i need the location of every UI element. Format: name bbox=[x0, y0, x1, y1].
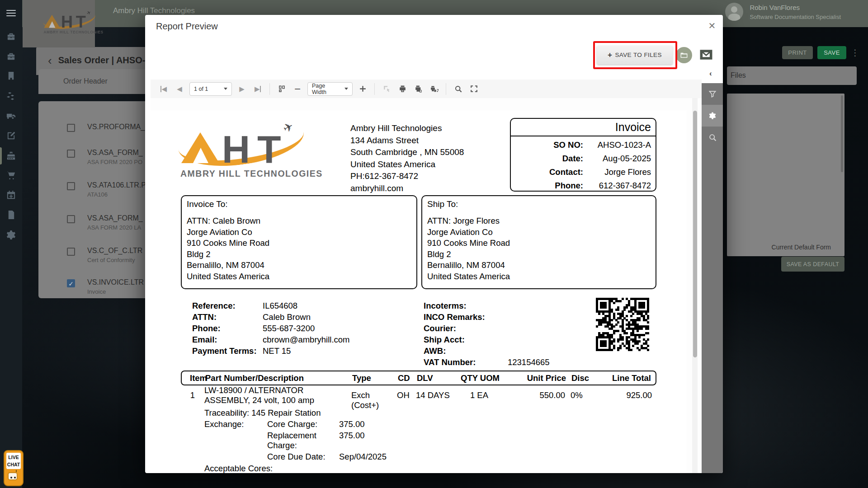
document-scrollbar[interactable] bbox=[692, 98, 698, 473]
cash-register-icon[interactable] bbox=[6, 150, 16, 161]
multipage-icon bbox=[278, 84, 286, 93]
print-page-button[interactable] bbox=[412, 82, 424, 96]
tab-label: Order Header bbox=[63, 77, 108, 85]
plus-icon bbox=[359, 84, 367, 93]
chevron-down-icon bbox=[344, 88, 348, 90]
qr-code bbox=[596, 298, 649, 351]
viewer-side-tabs bbox=[702, 83, 723, 473]
inventory-cubes-icon[interactable] bbox=[6, 91, 16, 101]
folder-icon bbox=[680, 51, 688, 59]
back-chevron-icon[interactable]: ‹ bbox=[48, 56, 52, 65]
chevron-down-icon bbox=[224, 88, 227, 90]
folder-button[interactable] bbox=[676, 47, 692, 63]
collapse-panel-icon[interactable]: ‹ bbox=[709, 69, 712, 78]
email-button[interactable] bbox=[698, 47, 715, 63]
search-icon bbox=[708, 133, 717, 142]
fullscreen-button[interactable] bbox=[468, 82, 480, 96]
printer-page-icon bbox=[414, 84, 423, 93]
ship-to-box: Ship To: ATTN: Jorge FloresJorge Aviatio… bbox=[421, 195, 656, 289]
aht-logo-icon: H T ✈ AMBRY HILL TECHNOLOGIES bbox=[43, 12, 74, 35]
live-chat-widget[interactable]: LIVE CHAT bbox=[4, 450, 24, 486]
export-icon bbox=[430, 84, 439, 93]
viewer-toolbar: ◀ ◀ 1 of 1 ▶ ▶ − Page Width bbox=[151, 80, 702, 98]
print-document-button[interactable] bbox=[396, 82, 408, 96]
search-icon bbox=[454, 84, 462, 93]
user-role: Software Documentation Specialist bbox=[750, 14, 841, 20]
files-panel-header: Files bbox=[727, 66, 857, 85]
fullscreen-icon bbox=[470, 84, 478, 93]
previous-page-button[interactable]: ◀ bbox=[174, 82, 185, 96]
truck-icon[interactable] bbox=[6, 111, 16, 121]
company-block: Ambry Hill Technologies 134 Adams Street… bbox=[350, 122, 464, 194]
briefcase-icon[interactable] bbox=[6, 51, 16, 61]
save-as-default-button[interactable]: SAVE AS DEFAULT bbox=[781, 257, 844, 272]
checkbox[interactable] bbox=[67, 124, 75, 132]
zoom-in-button[interactable] bbox=[357, 82, 368, 96]
search-tab[interactable] bbox=[702, 127, 723, 148]
parameters-filter-tab[interactable] bbox=[702, 83, 723, 105]
document-viewport[interactable]: H T ✈ AMBRY HILL TECHNOLOGIES Ambry Hill… bbox=[151, 98, 702, 473]
zoom-out-button[interactable]: − bbox=[292, 82, 303, 96]
edit-icon[interactable] bbox=[6, 131, 16, 141]
user-name: Robin VanFlores bbox=[750, 4, 841, 11]
settings-gear-icon[interactable] bbox=[6, 230, 16, 240]
cursor-select-icon bbox=[382, 84, 391, 93]
filter-icon bbox=[708, 89, 717, 99]
files-panel-title: Files bbox=[731, 71, 746, 80]
envelope-icon bbox=[698, 47, 714, 62]
invoice-header-box: Invoice SO NO:AHSO-1023-A Date:Aug-05-20… bbox=[510, 118, 656, 192]
more-menu-icon[interactable]: ⋮ bbox=[851, 51, 855, 55]
invoice-logo: H T ✈ AMBRY HILL TECHNOLOGIES bbox=[180, 127, 334, 181]
export-options-tab[interactable] bbox=[702, 105, 723, 127]
dialog-title: Report Preview bbox=[156, 21, 218, 32]
last-page-button[interactable]: ▶ bbox=[252, 82, 264, 96]
checkbox[interactable] bbox=[67, 248, 75, 256]
current-default-form-label: Current Default Form bbox=[772, 244, 831, 251]
multipage-view-button[interactable] bbox=[276, 82, 288, 96]
page-selector[interactable]: 1 of 1 bbox=[189, 82, 232, 96]
next-page-button[interactable]: ▶ bbox=[236, 82, 248, 96]
cart-icon[interactable] bbox=[6, 170, 16, 180]
gear-icon bbox=[708, 111, 717, 120]
default-form-panel: Current Default Form bbox=[727, 94, 844, 256]
scrollbar-thumb[interactable] bbox=[693, 111, 697, 357]
user-info[interactable]: Robin VanFlores Software Documentation S… bbox=[725, 3, 841, 21]
sidebar bbox=[0, 0, 22, 488]
close-icon[interactable]: ✕ bbox=[706, 20, 718, 31]
app-title: Ambry Hill Technologies bbox=[113, 6, 195, 15]
items-table-header: Item Part Number/Description Type CD DLV… bbox=[181, 371, 656, 385]
print-button[interactable]: PRINT bbox=[782, 46, 813, 59]
export-document-button[interactable] bbox=[428, 82, 440, 96]
invoice-title: Invoice bbox=[511, 119, 656, 136]
highlight-callout-box bbox=[593, 41, 677, 69]
calendar-add-icon[interactable] bbox=[6, 190, 16, 200]
select-tool-button[interactable] bbox=[381, 82, 392, 96]
building-icon[interactable] bbox=[6, 70, 16, 81]
first-page-button[interactable]: ◀ bbox=[158, 82, 170, 96]
avatar[interactable] bbox=[725, 3, 743, 21]
zoom-mode-selector[interactable]: Page Width bbox=[307, 82, 353, 96]
chat-robot-icon bbox=[7, 471, 20, 483]
app-logo: H T ✈ AMBRY HILL TECHNOLOGIES bbox=[23, 0, 95, 47]
document-icon[interactable] bbox=[6, 210, 16, 220]
checkbox[interactable] bbox=[67, 150, 75, 158]
menu-icon[interactable] bbox=[6, 8, 16, 18]
checkbox[interactable] bbox=[67, 215, 75, 223]
save-button[interactable]: SAVE bbox=[817, 46, 846, 59]
items-table-row: 1 LW-18900 / ALTERNATORASSEMBLY, 24 volt… bbox=[181, 385, 656, 410]
invoice-page: H T ✈ AMBRY HILL TECHNOLOGIES Ambry Hill… bbox=[151, 111, 687, 473]
report-preview-dialog: Report Preview ✕ +SAVE TO FILES ◀ ◀ 1 of… bbox=[145, 15, 723, 473]
toolbox-icon[interactable] bbox=[6, 31, 16, 42]
invoice-to-box: Invoice To: ATTN: Caleb BrownJorge Aviat… bbox=[181, 195, 417, 289]
panel-scrollbar[interactable] bbox=[841, 95, 843, 172]
printer-icon bbox=[398, 84, 407, 93]
sidebar-active-indicator bbox=[0, 147, 2, 164]
checkbox-checked[interactable]: ✓ bbox=[67, 279, 75, 287]
search-document-button[interactable] bbox=[452, 82, 464, 96]
checkbox[interactable] bbox=[67, 182, 75, 190]
